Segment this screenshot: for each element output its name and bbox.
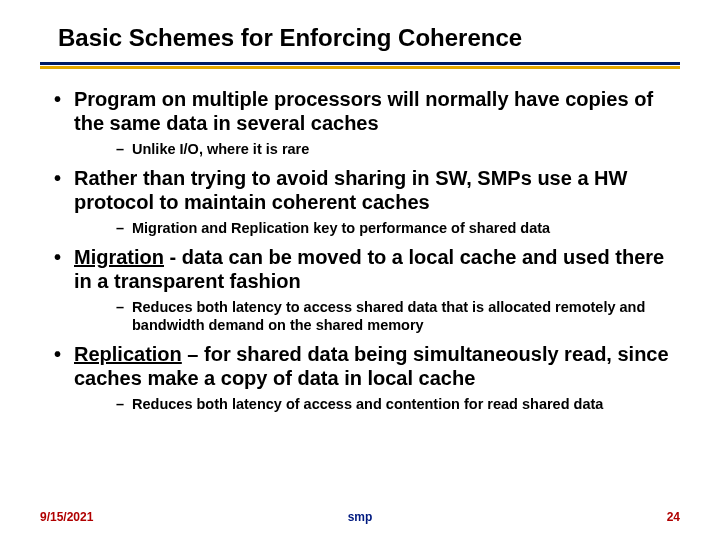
title-rule xyxy=(40,62,680,69)
sub-item: Reduces both latency of access and conte… xyxy=(74,395,680,413)
list-item: Replication – for shared data being simu… xyxy=(40,342,680,413)
list-item: Migration - data can be moved to a local… xyxy=(40,245,680,334)
list-item: Rather than trying to avoid sharing in S… xyxy=(40,166,680,237)
bullet-list: Program on multiple processors will norm… xyxy=(40,87,680,413)
slide-title: Basic Schemes for Enforcing Coherence xyxy=(58,24,680,52)
footer-page: 24 xyxy=(667,510,680,524)
footer-date: 9/15/2021 xyxy=(40,510,93,524)
sub-item: Unlike I/O, where it is rare xyxy=(74,140,680,158)
list-item: Program on multiple processors will norm… xyxy=(40,87,680,158)
bullet-text: Rather than trying to avoid sharing in S… xyxy=(74,167,627,213)
sub-item: Reduces both latency to access shared da… xyxy=(74,298,680,334)
keyword: Migration xyxy=(74,246,164,268)
slide-footer: 9/15/2021 smp 24 xyxy=(40,510,680,524)
footer-center: smp xyxy=(348,510,373,524)
keyword: Replication xyxy=(74,343,182,365)
sub-item: Migration and Replication key to perform… xyxy=(74,219,680,237)
bullet-text: Program on multiple processors will norm… xyxy=(74,88,653,134)
